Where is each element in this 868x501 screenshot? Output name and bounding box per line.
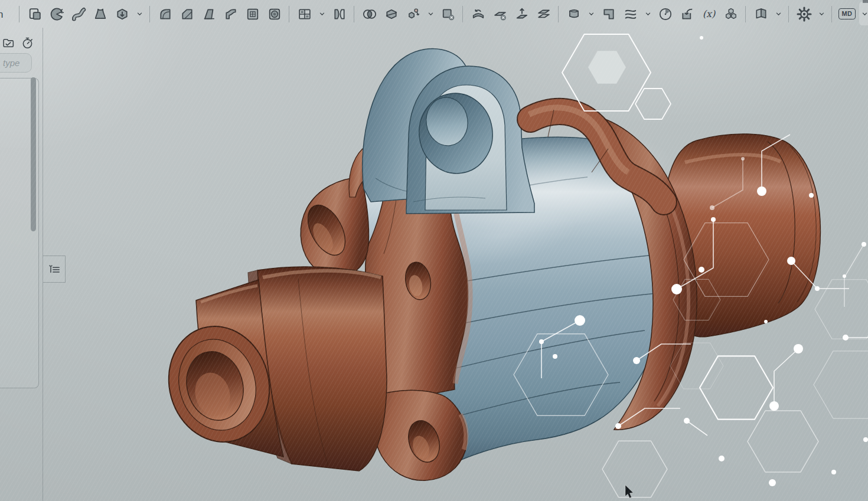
model-clevis-lug[interactable] [406,66,534,214]
tree-list-icon [47,262,61,276]
thicken-icon [566,6,582,22]
viewport-3d[interactable] [0,0,868,501]
folder-button[interactable] [1,35,15,50]
toolbar-separator [828,3,836,25]
main-toolbar: (x)MD [0,0,868,28]
history-icon [658,6,673,22]
chevron-down-icon [644,9,652,18]
settings-button[interactable] [793,3,815,25]
extrude-dropdown[interactable] [133,3,146,25]
chevron-down-icon [774,9,783,18]
draft-button[interactable] [198,3,220,25]
revolve-icon [49,6,64,22]
revolve-button[interactable] [45,3,67,25]
paste-special-icon [27,6,43,22]
pull-face-icon [514,6,530,22]
folder-icon [2,36,15,50]
toolbar-separator [350,3,358,25]
loft-icon [93,6,108,22]
user-mode-dropdown[interactable] [858,3,868,25]
split-icon [384,6,399,22]
toolbar-separator [742,3,750,25]
chamfer-icon [180,6,195,22]
curve-pattern-dropdown[interactable] [641,3,654,25]
user-mode-badge: MD [838,8,855,19]
parts-button[interactable] [750,3,772,25]
left-panel-scrollbar[interactable] [31,77,36,231]
toolbar-separator [554,3,563,25]
model-flange-lobe-upper[interactable] [300,177,368,277]
paste-special-button[interactable] [24,3,45,25]
move-rotate-icon [406,6,421,22]
delete-body-icon [440,6,456,22]
delete-face-icon [492,6,508,22]
pull-face-button[interactable] [511,3,533,25]
chevron-down-icon [817,9,826,18]
stopwatch-button[interactable] [20,35,34,50]
chamfer-button[interactable] [176,3,198,25]
offset-face-icon [536,6,552,22]
chevron-down-icon [587,9,596,18]
assembly-icon [723,6,739,22]
expressions-button[interactable]: (x) [698,3,720,25]
rib-icon [223,6,239,22]
extrude-icon [115,6,130,22]
boolean-button[interactable] [358,3,380,25]
section-button[interactable] [598,3,619,25]
pattern-button[interactable] [293,3,315,25]
user-mode-button[interactable]: MD [836,3,858,25]
toolbar-separator [146,3,154,25]
history-button[interactable] [654,3,676,25]
thicken-dropdown[interactable] [585,3,598,25]
move-rotate-dropdown[interactable] [424,3,437,25]
parts-icon [753,6,769,22]
move-rotate-button[interactable] [402,3,424,25]
model-left-connector[interactable] [155,267,387,471]
loft-button[interactable] [89,3,111,25]
filter-input[interactable] [0,53,32,73]
delete-body-button[interactable] [437,3,459,25]
settings-icon [797,6,812,22]
sweep-icon [71,6,86,22]
curve-pattern-button[interactable] [619,3,641,25]
assembly-button[interactable] [720,3,742,25]
chevron-down-icon [318,9,327,18]
hole-button[interactable] [263,3,285,25]
split-button[interactable] [380,3,402,25]
curve-pattern-icon [623,6,638,22]
toolbar-separator [285,3,293,25]
parts-dropdown[interactable] [772,3,785,25]
rib-button[interactable] [220,3,242,25]
replace-face-icon [471,6,486,22]
pattern-icon [297,6,312,22]
pattern-dropdown[interactable] [315,3,328,25]
import-icon [680,6,695,22]
hole-icon [267,6,282,22]
toolbar-separator [15,3,24,25]
viewport-3d-model[interactable] [0,0,868,501]
fillet-icon [158,6,173,22]
clipped-menu-text: n [0,9,4,21]
fillet-button[interactable] [154,3,176,25]
offset-face-button[interactable] [533,3,554,25]
settings-dropdown[interactable] [815,3,828,25]
boolean-icon [362,6,377,22]
draft-icon [201,6,217,22]
thicken-button[interactable] [563,3,585,25]
mirror-button[interactable] [328,3,350,25]
tree-panel-toggle[interactable] [43,256,66,283]
mouse-cursor [625,485,633,498]
replace-face-button[interactable] [467,3,489,25]
toolbar-separator [785,3,793,25]
sweep-button[interactable] [67,3,89,25]
shell-button[interactable] [242,3,263,25]
shell-icon [245,6,260,22]
left-panel-toolbar [1,35,34,50]
stopwatch-icon [21,36,34,50]
chevron-down-icon [426,9,435,18]
mirror-icon [332,6,347,22]
expressions-icon: (x) [703,8,716,19]
import-button[interactable] [676,3,698,25]
delete-face-button[interactable] [489,3,511,25]
extrude-button[interactable] [111,3,133,25]
